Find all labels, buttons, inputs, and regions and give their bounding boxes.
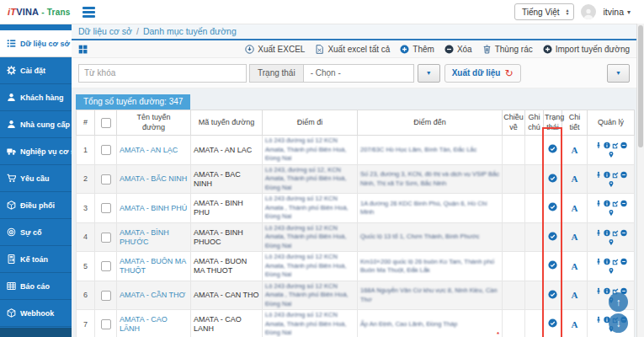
sidebar-item-customer[interactable]: Khách hàng: [0, 84, 72, 111]
info-icon[interactable]: [604, 229, 610, 237]
sidebar-item-truck[interactable]: Nghiệp vụ cơ sở: [0, 138, 72, 165]
location-icon[interactable]: [608, 209, 615, 217]
status-check-icon[interactable]: [548, 290, 557, 299]
summary-tab[interactable]: Tổng số tuyến đường: 347: [76, 94, 190, 110]
route-name-link[interactable]: AMATA - CẦN THƠ: [120, 291, 185, 299]
edit-icon[interactable]: [612, 200, 619, 207]
location-icon[interactable]: [608, 151, 615, 158]
row-checkbox[interactable]: [101, 233, 111, 243]
info-icon[interactable]: [604, 142, 610, 149]
remove-icon[interactable]: [620, 229, 627, 237]
note-cell: [525, 310, 544, 337]
status-check-icon[interactable]: [548, 144, 557, 153]
street-view-icon[interactable]: [595, 258, 602, 265]
toolbar-button[interactable]: Xóa: [444, 45, 472, 54]
detail-font-icon[interactable]: A: [572, 261, 578, 271]
route-name-link[interactable]: AMATA - AN LẠC: [120, 146, 178, 154]
info-icon[interactable]: [604, 258, 610, 265]
detail-font-icon[interactable]: A: [572, 319, 578, 329]
breadcrumb-parent[interactable]: Dữ liệu cơ sở: [78, 26, 132, 36]
status-check-icon[interactable]: [548, 174, 557, 183]
row-checkbox[interactable]: [101, 291, 111, 301]
sidebar-item-cart[interactable]: Yêu cầu: [0, 165, 72, 192]
route-name-link[interactable]: AMATA - CAO LÃNH: [120, 315, 168, 333]
status-check-icon[interactable]: [548, 318, 557, 328]
table-row: 1AMATA - AN LẠCAMATA - AN LACLô 243 đườn…: [77, 136, 635, 165]
avatar[interactable]: [581, 4, 596, 19]
table-row: 5AMATA - BUÔN MA THUỘTAMATA - BUON MA TH…: [77, 252, 635, 281]
remove-icon[interactable]: [620, 142, 627, 149]
edit-icon[interactable]: [612, 142, 619, 149]
sidebar-item-target[interactable]: Sự cố: [0, 219, 72, 246]
street-view-icon[interactable]: [595, 200, 602, 207]
street-view-icon[interactable]: [595, 316, 602, 324]
street-view-icon[interactable]: [595, 287, 602, 295]
street-view-icon[interactable]: [595, 142, 602, 149]
row-checkbox[interactable]: [101, 145, 111, 155]
info-icon[interactable]: [604, 171, 610, 179]
sidebar-item-report[interactable]: Báo cáo: [0, 273, 72, 300]
toolbar-button[interactable]: Thùng rác: [482, 45, 533, 54]
detail-font-icon[interactable]: A: [572, 203, 578, 213]
status-dropdown-button[interactable]: ▼: [418, 64, 440, 83]
app-logo[interactable]: iTVINA- Trans: [0, 0, 72, 24]
row-checkbox[interactable]: [101, 174, 111, 185]
sidebar: Dữ liệu cơ sởCài đặtKhách hàngNhà cung c…: [0, 24, 72, 337]
export-data-button[interactable]: Xuất dữ liệu ↻: [444, 64, 521, 83]
filter-collapse-button[interactable]: ▼: [607, 64, 630, 83]
detail-font-icon[interactable]: A: [572, 174, 578, 184]
language-select[interactable]: Tiếng Việt ▲▼: [514, 3, 574, 20]
edit-icon[interactable]: [612, 171, 619, 179]
status-select[interactable]: - Chọn -: [303, 64, 414, 83]
sidebar-item-gear[interactable]: Cài đặt: [0, 57, 72, 84]
column-header: #: [77, 110, 95, 136]
row-checkbox[interactable]: [101, 203, 111, 213]
toolbar-button[interactable]: Xuất EXCEL: [245, 45, 305, 54]
sidebar-item-calculator[interactable]: Kế toán: [0, 246, 72, 273]
detail-font-icon[interactable]: A: [572, 145, 578, 155]
location-icon[interactable]: [608, 180, 615, 188]
location-icon[interactable]: [608, 267, 615, 275]
sidebar-item-webhook[interactable]: Webhook: [0, 300, 72, 327]
menu-toggle-icon[interactable]: [82, 7, 95, 18]
grid-icon[interactable]: [78, 45, 88, 54]
sidebar-item-list[interactable]: Dữ liệu cơ sở: [0, 30, 72, 57]
route-name-link[interactable]: AMATA - BẮC NINH: [120, 174, 187, 183]
remove-icon[interactable]: [620, 258, 627, 265]
toolbar-button[interactable]: Import tuyến đường: [543, 45, 630, 54]
scroll-bottom-button[interactable]: ↓: [609, 313, 628, 333]
sidebar-item-cube[interactable]: Điều phối: [0, 192, 72, 219]
remove-icon[interactable]: [620, 200, 627, 207]
toolbar-button[interactable]: Thêm: [400, 45, 434, 54]
select-all-checkbox[interactable]: [101, 118, 111, 128]
location-icon[interactable]: [608, 238, 615, 246]
status-check-icon[interactable]: [548, 260, 557, 270]
column-header: Ghi chú: [525, 110, 544, 136]
row-index: 5: [77, 252, 95, 281]
keyword-input[interactable]: [78, 64, 247, 83]
remove-icon[interactable]: [620, 171, 627, 179]
edit-icon[interactable]: [612, 229, 619, 237]
toolbar-button[interactable]: Xuất excel tất cả: [315, 45, 390, 54]
route-name-link[interactable]: AMATA - BUÔN MA THUỘT: [120, 257, 186, 275]
info-icon[interactable]: [604, 200, 610, 207]
edit-icon[interactable]: [612, 258, 619, 265]
info-icon[interactable]: [604, 287, 610, 295]
breadcrumb-separator: /: [136, 26, 139, 36]
route-name-link[interactable]: AMATA - BINH PHÚ: [120, 204, 187, 212]
user-menu[interactable]: itvina ▾: [603, 7, 631, 17]
scroll-top-button[interactable]: ↑: [609, 292, 628, 312]
scrollbar-thumb[interactable]: [638, 25, 643, 147]
street-view-icon[interactable]: [595, 171, 602, 179]
row-checkbox[interactable]: [101, 261, 111, 271]
status-check-icon[interactable]: [548, 232, 557, 241]
detail-font-icon[interactable]: A: [572, 290, 578, 300]
street-view-icon[interactable]: [595, 229, 602, 237]
sidebar-item-supplier[interactable]: Nhà cung cấp: [0, 111, 72, 138]
status-check-icon[interactable]: [548, 202, 557, 211]
toolbar-button-label: Import tuyến đường: [556, 45, 630, 54]
row-checkbox[interactable]: [101, 319, 111, 329]
vertical-scrollbar[interactable]: [636, 24, 644, 337]
route-name-link[interactable]: AMATA - BÌNH PHƯỚC: [120, 228, 169, 246]
detail-font-icon[interactable]: A: [572, 232, 578, 242]
